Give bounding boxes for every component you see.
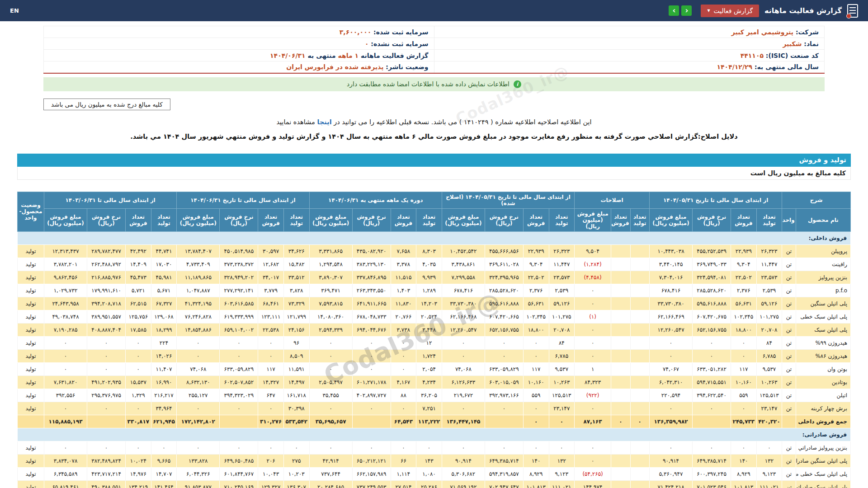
value-cell: ۰ bbox=[391, 362, 416, 375]
value-cell: ۰ bbox=[485, 441, 523, 454]
value-cell: ۰ bbox=[177, 349, 220, 362]
value-cell: ۵۹۴,۳۱۹,۸۵۷ bbox=[485, 467, 523, 480]
value-cell: ۲۶,۳۲۳ bbox=[756, 244, 782, 258]
value-cell: ۷۴,۰۶۷ bbox=[650, 362, 693, 375]
value-cell: ۰ bbox=[549, 415, 575, 428]
value-cell: ۶۰۲,۵۰۷,۸۵۲ bbox=[220, 375, 258, 389]
field-value: ۳,۶۰۰,۰۰۰ bbox=[340, 28, 371, 36]
product-name-cell: پلی اتیلن سنگین صادراتي bbox=[796, 454, 850, 467]
value-cell: ۰ bbox=[611, 415, 630, 428]
value-cell: ۶۳۳,۰۵۱,۲۸۲ bbox=[693, 362, 731, 375]
value-cell: ۳۹۲,۹۷۳,۱۶۶ bbox=[485, 389, 523, 402]
value-cell bbox=[630, 258, 649, 271]
table-row: پلی اتیلن سنگینتن۵۹,۱۲۶۵۶,۶۳۱۵۹۵,۶۱۶,۸۸۸… bbox=[18, 297, 851, 310]
product-name-cell: پلی اتیلن سبک خطی bbox=[796, 310, 850, 323]
value-cell: ۵۵۹ bbox=[731, 389, 757, 402]
value-cell: ۱۶۱,۷۱۸ bbox=[283, 389, 309, 402]
value-cell: ۷,۶۳۱,۸۲۰ bbox=[44, 375, 87, 389]
column-header: نرخ فروش (ریال) bbox=[352, 208, 391, 231]
language-switch[interactable]: EN bbox=[10, 7, 19, 14]
value-cell: ۰ bbox=[650, 349, 693, 362]
value-cell: ۱۱,۴۴۷ bbox=[756, 258, 782, 271]
value-cell: ۳۴,۶۲۶ bbox=[283, 244, 309, 258]
value-cell: ۵,۶۷۱ bbox=[151, 284, 177, 297]
value-cell: ۴۲۳,۷۱۷,۲۱۴ bbox=[87, 467, 126, 480]
value-cell bbox=[630, 284, 649, 297]
column-header: نرخ فروش (ریال) bbox=[485, 208, 523, 231]
value-cell: ۲۶۲,۴۸۸,۷۹۲ bbox=[87, 258, 126, 271]
status-cell: تولید bbox=[18, 244, 44, 258]
value-cell: ۶۰۳,۰۱۵,۰۵۹ bbox=[485, 375, 523, 389]
prev-report-button[interactable]: ‹ bbox=[669, 5, 679, 16]
product-name-cell: بنزین پیرولیز bbox=[796, 271, 850, 284]
value-cell: ۲۷۵ bbox=[283, 454, 309, 467]
value-cell: ۰ bbox=[442, 336, 485, 349]
value-cell: ۴,۲۳۴ bbox=[416, 375, 442, 389]
unit-cell: تن bbox=[782, 375, 796, 389]
value-cell: ۰ bbox=[650, 441, 693, 454]
unit-cell: تن bbox=[782, 389, 796, 402]
value-cell bbox=[630, 467, 649, 480]
value-cell: ۶۲,۱۶۶,۴۶۸ bbox=[442, 310, 485, 323]
page-title: گزارش فعالیت ماهانه bbox=[764, 6, 842, 15]
value-cell: ۶۰۰,۳۹۷,۲۴۵ bbox=[693, 467, 731, 480]
next-report-button[interactable]: › bbox=[681, 5, 692, 16]
value-cell: ۰ bbox=[549, 441, 575, 454]
value-cell bbox=[630, 297, 649, 310]
value-cell: ۳,۷۸۲,۲۰۱ bbox=[44, 258, 87, 271]
value-cell: ۰ bbox=[44, 362, 87, 375]
status-cell: تولید bbox=[18, 349, 44, 362]
value-cell: ۵۳۳,۵۴۲ bbox=[283, 415, 309, 428]
value-cell: ۶۴۱,۹۱۱,۶۶۵ bbox=[352, 297, 391, 310]
report-type-badge[interactable]: گزارش فعالیت ▼ bbox=[701, 5, 759, 17]
value-cell bbox=[485, 415, 523, 428]
value-cell: ۰ bbox=[650, 402, 693, 415]
value-cell: ۰ bbox=[352, 402, 391, 415]
value-cell: ۷۳۷,۲۴۹,۵۵۳ bbox=[352, 480, 391, 488]
value-cell: (۵۴,۲۶۵) bbox=[575, 467, 611, 480]
unit-cell: تن bbox=[782, 323, 796, 336]
value-cell: ۱۰۲,۳۴۵ bbox=[523, 310, 549, 323]
value-cell bbox=[611, 271, 630, 284]
value-cell: ۴۲,۹۱۴ bbox=[309, 454, 352, 467]
value-cell: ۰ bbox=[87, 441, 126, 454]
product-name-cell: جمع فروش داخلی bbox=[796, 415, 850, 428]
report-icon bbox=[847, 4, 858, 18]
value-cell: ۱۸,۸۰۰ bbox=[731, 323, 757, 336]
value-cell: ۸,۵۰۹ bbox=[283, 349, 309, 362]
unit-cell: تن bbox=[782, 310, 796, 323]
value-cell: ۱۴,۹۷۶ bbox=[126, 467, 151, 480]
value-cell: ۹۱,۸۵۳,۸۷۷ bbox=[177, 480, 220, 488]
value-cell: ۹۶ bbox=[283, 336, 309, 349]
section-header-production-sales: تولید و فروش bbox=[17, 154, 851, 167]
product-name-cell: اتیلن bbox=[796, 389, 850, 402]
column-header: اصلاحات bbox=[575, 192, 650, 208]
value-cell: ۲,۵۳۹ bbox=[756, 284, 782, 297]
unit-cell: تن bbox=[782, 258, 796, 271]
value-cell: ۰ bbox=[258, 402, 284, 415]
table-unit-note: کلیه مبالغ به میلیون ریال است bbox=[17, 167, 851, 180]
value-cell: ۷,۱۹۰,۲۸۵ bbox=[44, 323, 87, 336]
info-cell: نماد: شکبیر bbox=[434, 38, 825, 50]
value-cell: ۱۴۳ bbox=[416, 454, 442, 467]
value-cell: ۰ bbox=[87, 362, 126, 375]
value-cell: ۱۱,۱۸۹,۸۶۵ bbox=[177, 271, 220, 284]
value-cell: ۶۹۴,۰۴۴,۶۷۶ bbox=[352, 323, 391, 336]
value-cell: ۱۱,۵۱۵ bbox=[391, 271, 416, 284]
previous-version-link[interactable]: اینجا bbox=[317, 118, 331, 126]
value-cell: ۱۱۱,۰۲۱ bbox=[756, 480, 782, 488]
value-cell: ۱۴,۰۲۶ bbox=[151, 349, 177, 362]
value-cell bbox=[611, 375, 630, 389]
value-cell: ۱۸,۲۹۹ bbox=[151, 323, 177, 336]
value-cell: ۱۰,۰۴۳ bbox=[258, 467, 284, 480]
info-row: شرکت: پتروشیمي امیر کبیرسرمایه ثبت شده: … bbox=[44, 26, 825, 38]
value-cell bbox=[611, 310, 630, 323]
info-cell: کد صنعت (ISIC): ۴۴۱۱۰۵ bbox=[434, 50, 825, 61]
value-cell: ۶۳۳,۰۵۹,۸۲۹ bbox=[220, 362, 258, 375]
value-cell: ۱۴۰ bbox=[731, 454, 757, 467]
table-row: هیدروژن ۹۹%تن۸۴۰۰۰۰۸۴۰۰۰۱۲۰۰۰۹۶۰۰۰۲۲۴۰۰۰… bbox=[18, 336, 851, 349]
value-cell: ۷۴,۰۶۸ bbox=[177, 362, 220, 375]
value-cell: ۶,۳۴۵,۵۸۹ bbox=[44, 467, 87, 480]
product-name-cell: پلی اتیلن سنگین bbox=[796, 297, 850, 310]
value-cell: ۱۴۰ bbox=[523, 454, 549, 467]
